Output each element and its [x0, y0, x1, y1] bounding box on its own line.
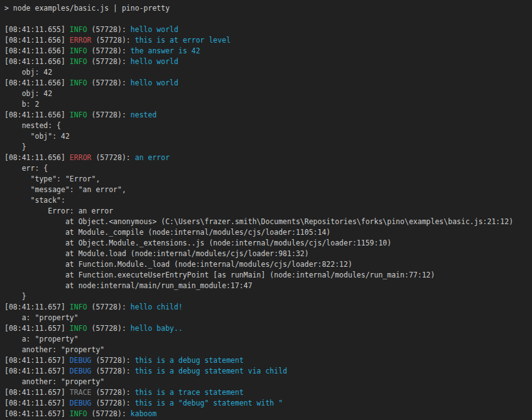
log-segment-fg: obj: 42: [4, 68, 52, 77]
log-segment-fg: [08:41:11.656]: [4, 46, 70, 55]
log-segment-fg: [08:41:11.656]: [4, 36, 70, 45]
log-line: [08:41:11.657] DEBUG (57728): this is a …: [4, 366, 532, 377]
log-segment-fg: (57728):: [91, 399, 134, 407]
log-line: at Object.<anonymous> (C:\Users\frazer.s…: [4, 217, 532, 227]
log-line: at node:internal/main/run_main_module:17…: [4, 281, 532, 291]
log-segment-fg: (57728):: [87, 324, 131, 333]
log-segment-fg: another: "property": [4, 377, 104, 386]
log-segment-fg: > node examples/basic.js | pino-pretty: [4, 4, 170, 13]
log-segment-cyan: kaboom: [131, 409, 157, 418]
log-segment-cyan: this is at error level: [135, 36, 231, 45]
log-segment-cyan: this is a "debug" statement with ": [135, 399, 283, 407]
log-segment-fg: (57728):: [87, 25, 131, 34]
log-line: another: "property": [4, 345, 532, 355]
log-segment-cyan: hello world: [131, 57, 178, 66]
log-segment-cyan: this is a debug statement: [135, 356, 244, 365]
log-line: [08:41:11.657] TRACE (57728): this is a …: [4, 387, 532, 398]
log-segment-fg: (57728):: [87, 409, 131, 418]
log-segment-fg: [08:41:11.657]: [4, 324, 70, 333]
log-line: > node examples/basic.js | pino-pretty: [4, 3, 532, 14]
log-segment-green: INFO: [70, 25, 87, 34]
log-segment-fg: Error: an error: [4, 207, 113, 215]
log-line: [08:41:11.656] INFO (57728): hello world: [4, 57, 532, 67]
log-line: nested: {: [4, 121, 532, 131]
log-line: a: "property": [4, 334, 532, 345]
log-segment-cyan: the answer is 42: [131, 46, 200, 55]
log-segment-fg: (57728):: [91, 356, 134, 365]
log-line: at Module.load (node:internal/modules/cj…: [4, 249, 532, 259]
log-line: [08:41:11.656] ERROR (57728): an error: [4, 153, 532, 163]
log-line: [4, 14, 532, 24]
log-line: [08:41:11.657] INFO (57728): kaboom: [4, 409, 532, 419]
log-line: obj: 42: [4, 89, 532, 99]
log-line: err: {: [4, 163, 532, 174]
log-segment-fg: [08:41:11.657]: [4, 356, 70, 365]
log-segment-gray: TRACE: [70, 388, 92, 397]
log-segment-fg: b: 2: [4, 100, 39, 109]
log-segment-fg: (57728):: [87, 78, 131, 87]
log-segment-green: INFO: [70, 78, 87, 87]
log-line: [08:41:11.657] INFO (57728): hello child…: [4, 302, 532, 313]
log-segment-fg: "stack":: [4, 196, 65, 205]
log-segment-fg: (57728):: [87, 57, 131, 66]
log-segment-cyan: nested: [131, 110, 157, 119]
log-line: "obj": 42: [4, 131, 532, 142]
log-segment-green: INFO: [70, 57, 87, 66]
log-segment-fg: [08:41:11.657]: [4, 303, 70, 311]
log-line: another: "property": [4, 377, 532, 387]
log-line: obj: 42: [4, 67, 532, 78]
log-segment-green: INFO: [70, 110, 87, 119]
log-line: [08:41:11.657] DEBUG (57728): this is a …: [4, 355, 532, 366]
log-segment-cyan: an error: [135, 153, 170, 162]
log-segment-fg: (57728):: [87, 303, 131, 311]
log-line: [08:41:11.656] ERROR (57728): this is at…: [4, 35, 532, 46]
log-segment-red: ERROR: [70, 153, 92, 162]
log-segment-fg: }: [4, 143, 26, 151]
log-line: "message": "an error",: [4, 185, 532, 195]
log-segment-fg: }: [4, 292, 26, 301]
log-segment-cyan: hello child!: [131, 303, 183, 311]
log-segment-fg: another: "property": [4, 345, 104, 354]
log-segment-fg: [08:41:11.656]: [4, 153, 70, 162]
log-segment-blue: DEBUG: [70, 399, 92, 407]
log-segment-fg: "obj": 42: [4, 132, 70, 141]
log-segment-fg: (57728):: [87, 110, 131, 119]
log-segment-green: INFO: [70, 46, 87, 55]
log-segment-fg: (57728):: [91, 153, 134, 162]
log-segment-fg: "message": "an error",: [4, 185, 126, 194]
log-segment-fg: at Module.load (node:internal/modules/cj…: [4, 249, 309, 258]
log-line: [08:41:11.657] INFO (57728): hello baby.…: [4, 323, 532, 334]
log-segment-cyan: this is a trace statement: [135, 388, 244, 397]
log-line: Error: an error: [4, 206, 532, 217]
log-segment-green: INFO: [70, 409, 87, 418]
log-line: [08:41:11.656] INFO (57728): nested: [4, 110, 532, 121]
terminal[interactable]: > node examples/basic.js | pino-pretty[0…: [0, 0, 532, 420]
log-line: a: "property": [4, 313, 532, 323]
log-segment-fg: a: "property": [4, 313, 79, 322]
log-line: at Module._compile (node:internal/module…: [4, 227, 532, 238]
log-segment-fg: [08:41:11.655]: [4, 25, 70, 34]
log-line: at Object.Module._extensions..js (node:i…: [4, 238, 532, 249]
log-segment-fg: (57728):: [91, 388, 134, 397]
log-segment-fg: [08:41:11.657]: [4, 367, 70, 375]
log-segment-fg: a: "property": [4, 335, 79, 343]
log-segment-fg: [08:41:11.657]: [4, 399, 70, 407]
log-line: }: [4, 291, 532, 302]
log-segment-cyan: hello baby..: [131, 324, 183, 333]
log-line: }: [4, 142, 532, 153]
log-segment-fg: at Object.Module._extensions..js (node:i…: [4, 239, 391, 247]
log-segment-blue: DEBUG: [70, 367, 92, 375]
log-line: [08:41:11.655] INFO (57728): hello world: [4, 24, 532, 35]
log-segment-fg: [08:41:11.657]: [4, 409, 70, 418]
log-segment-fg: [08:41:11.656]: [4, 110, 70, 119]
log-segment-red: ERROR: [70, 36, 92, 45]
log-line: [08:41:11.656] INFO (57728): the answer …: [4, 46, 532, 57]
log-line: at Function.executeUserEntryPoint [as ru…: [4, 270, 532, 281]
log-line: "type": "Error",: [4, 174, 532, 185]
log-segment-fg: at Module._compile (node:internal/module…: [4, 228, 330, 237]
log-segment-green: INFO: [70, 324, 87, 333]
log-segment-fg: [08:41:11.656]: [4, 78, 70, 87]
log-segment-fg: [08:41:11.656]: [4, 57, 70, 66]
log-segment-green: INFO: [70, 303, 87, 311]
log-segment-fg: at Function.executeUserEntryPoint [as ru…: [4, 271, 435, 279]
